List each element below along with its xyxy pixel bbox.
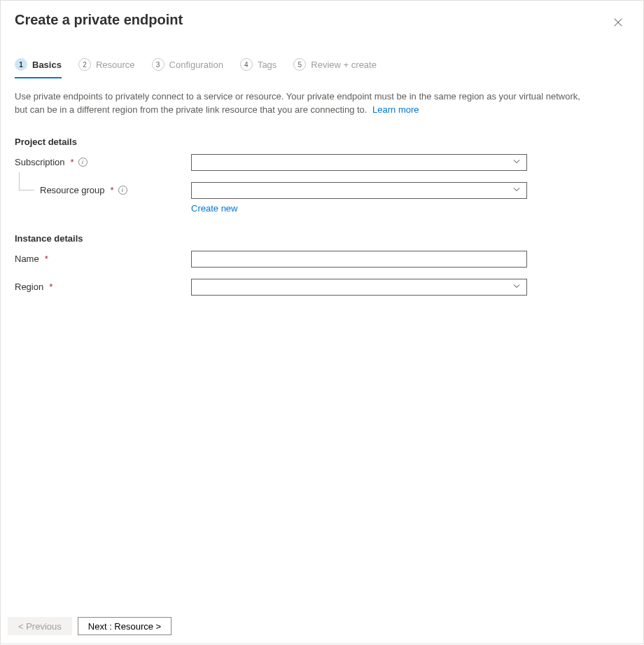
chevron-down-icon (512, 157, 521, 167)
close-icon (613, 18, 623, 29)
step-badge: 5 (293, 58, 306, 71)
row-region: Region * (15, 279, 629, 296)
section-instance-details: Instance details (15, 233, 629, 244)
input-col: Create new (191, 182, 527, 214)
wizard-tabs: 1 Basics 2 Resource 3 Configuration 4 Ta… (15, 58, 629, 79)
input-col (191, 279, 527, 296)
info-icon[interactable]: i (118, 186, 127, 195)
resource-group-select[interactable] (191, 182, 527, 199)
tab-label: Tags (258, 60, 276, 70)
tab-label: Basics (32, 60, 62, 70)
row-resource-group: Resource group * i Create new (15, 182, 629, 214)
tab-label: Review + create (311, 60, 377, 70)
chevron-down-icon (512, 185, 521, 195)
learn-more-link[interactable]: Learn more (372, 104, 419, 115)
required-star: * (49, 282, 52, 292)
close-button[interactable] (607, 12, 629, 34)
label-subscription: Subscription * i (15, 154, 191, 167)
step-badge: 4 (240, 58, 253, 71)
info-icon[interactable]: i (78, 158, 88, 167)
next-button[interactable]: Next : Resource > (78, 617, 172, 635)
intro-paragraph: Use private endpoints to privately conne… (15, 90, 589, 117)
label-text: Name (15, 254, 39, 264)
tree-connector-icon (19, 172, 34, 190)
required-star: * (111, 185, 114, 195)
create-new-link[interactable]: Create new (191, 203, 237, 214)
chevron-down-icon (512, 282, 521, 292)
tab-resource[interactable]: 2 Resource (78, 58, 135, 78)
required-star: * (45, 254, 48, 264)
step-badge: 2 (78, 58, 91, 71)
previous-button: < Previous (8, 617, 72, 635)
label-name: Name * (15, 251, 191, 264)
intro-text: Use private endpoints to privately conne… (15, 91, 580, 115)
tab-label: Resource (96, 60, 135, 70)
tab-configuration[interactable]: 3 Configuration (152, 58, 223, 78)
panel-footer: < Previous Next : Resource > (1, 609, 643, 644)
step-badge: 1 (15, 58, 27, 71)
section-project-details: Project details (15, 137, 629, 147)
label-text: Subscription (15, 157, 65, 167)
subscription-select[interactable] (191, 154, 527, 171)
row-subscription: Subscription * i (15, 154, 629, 171)
panel-body: 1 Basics 2 Resource 3 Configuration 4 Ta… (1, 34, 643, 609)
region-select[interactable] (191, 279, 527, 296)
label-text: Region (15, 282, 43, 292)
tab-basics[interactable]: 1 Basics (15, 58, 62, 78)
panel-title: Create a private endpoint (15, 12, 183, 28)
row-name: Name * (15, 251, 629, 268)
name-input[interactable] (191, 251, 527, 268)
label-resource-group: Resource group * i (15, 182, 191, 195)
tab-review-create[interactable]: 5 Review + create (293, 58, 377, 78)
create-private-endpoint-panel: Create a private endpoint 1 Basics 2 Res… (0, 0, 644, 644)
tab-label: Configuration (169, 60, 223, 70)
tab-tags[interactable]: 4 Tags (240, 58, 276, 78)
required-star: * (71, 157, 74, 167)
panel-header: Create a private endpoint (1, 1, 643, 34)
input-col (191, 154, 527, 171)
label-text: Resource group (40, 185, 105, 195)
label-region: Region * (15, 279, 191, 292)
step-badge: 3 (152, 58, 164, 71)
input-col (191, 251, 527, 268)
